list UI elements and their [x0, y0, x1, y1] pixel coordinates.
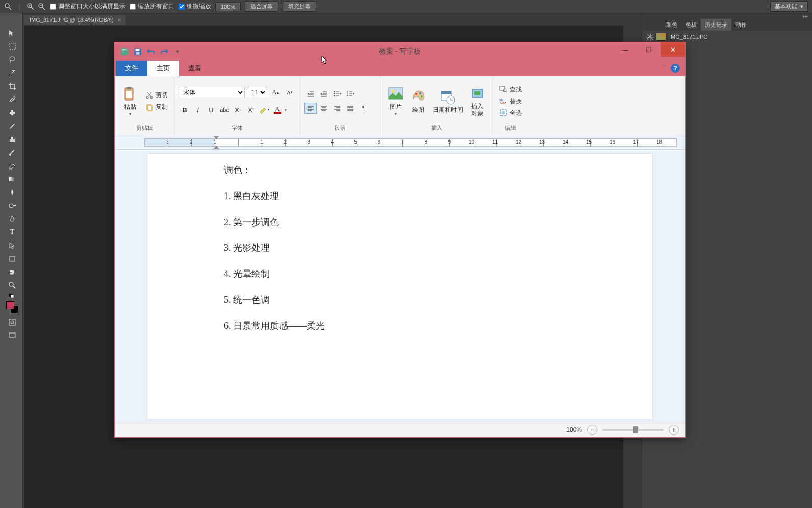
ps-tab-history[interactable]: 历史记录 [701, 19, 731, 31]
ps-tab-color[interactable]: 颜色 [662, 19, 681, 31]
zoom-in-icon[interactable] [27, 3, 35, 11]
path-select-tool-icon[interactable] [5, 239, 19, 252]
brush-tool-icon[interactable] [5, 119, 19, 133]
close-icon[interactable]: × [118, 17, 121, 23]
ruler[interactable]: 3 2 1 1 2 3 4 5 6 7 8 9 10 11 12 13 14 1… [115, 135, 685, 150]
zoom-tool-icon[interactable] [4, 3, 12, 11]
decrease-indent-button[interactable] [304, 88, 317, 100]
wand-tool-icon[interactable] [5, 66, 19, 80]
gradient-tool-icon[interactable] [5, 173, 19, 186]
help-icon[interactable]: ? [671, 64, 680, 73]
minimize-button[interactable]: — [614, 42, 637, 57]
doc-line[interactable]: 5. 统一色调 [224, 293, 576, 307]
lasso-tool-icon[interactable] [5, 53, 19, 66]
wordpad-app-icon[interactable] [120, 47, 129, 56]
ps-opt-resize[interactable]: 调整窗口大小以满屏显示 [50, 2, 125, 11]
ps-history-entry[interactable]: IMG_3171.JPG [642, 31, 812, 43]
bold-button[interactable]: B [179, 104, 191, 115]
zoom-in-button[interactable]: + [669, 425, 679, 435]
close-button[interactable]: ✕ [661, 42, 685, 57]
panel-collapse-icon[interactable]: ▸▸ [642, 13, 812, 18]
subscript-button[interactable]: X₂ [232, 104, 244, 115]
marquee-tool-icon[interactable] [5, 40, 19, 53]
highlight-button[interactable]: ▾ [258, 104, 270, 115]
shape-tool-icon[interactable] [5, 252, 19, 265]
history-brush-tool-icon[interactable] [5, 146, 19, 159]
replace-button[interactable]: abac 替换 [497, 96, 524, 107]
justify-button[interactable] [344, 103, 357, 114]
copy-button[interactable]: 复制 [143, 102, 170, 112]
font-size-select[interactable]: 11 [247, 87, 267, 98]
insert-datetime-button[interactable]: 日期和时间 [429, 87, 466, 115]
ruler-indent-marker[interactable] [214, 135, 219, 150]
move-tool-icon[interactable] [5, 27, 19, 40]
find-button[interactable]: 查找 [497, 84, 524, 95]
eyedropper-tool-icon[interactable] [5, 93, 19, 106]
ps-opt-fine-zoom[interactable]: 细微缩放 [179, 2, 211, 11]
wordpad-titlebar[interactable]: ▼ 教案 - 写字板 — ☐ ✕ [115, 42, 685, 61]
zoom-slider[interactable] [602, 429, 664, 431]
ps-zoom-100-button[interactable]: 100% [215, 2, 241, 11]
undo-icon[interactable] [146, 47, 156, 56]
crop-tool-icon[interactable] [5, 80, 19, 93]
eraser-tool-icon[interactable] [5, 159, 19, 173]
doc-line[interactable]: 1. 黑白灰处理 [224, 189, 576, 204]
select-all-button[interactable]: 全选 [497, 108, 524, 118]
quickmask-icon[interactable] [5, 316, 19, 329]
superscript-button[interactable]: X² [245, 104, 257, 115]
redo-icon[interactable] [160, 47, 169, 56]
doc-line[interactable]: 2. 第一步调色 [224, 215, 576, 230]
save-icon[interactable] [133, 47, 142, 56]
insert-object-button[interactable]: 插入 对象 [466, 83, 489, 119]
bullets-button[interactable]: ▾ [331, 88, 343, 100]
color-default-icon[interactable] [5, 292, 19, 299]
strikethrough-button[interactable]: abc [218, 104, 231, 115]
qat-dropdown-icon[interactable]: ▼ [173, 47, 182, 56]
ps-tab-swatches[interactable]: 色板 [681, 19, 701, 31]
increase-indent-button[interactable] [318, 88, 330, 100]
insert-picture-button[interactable]: 图片 ▼ [385, 84, 407, 118]
tab-file[interactable]: 文件 [116, 61, 147, 76]
cut-button[interactable]: 剪切 [143, 90, 170, 101]
doc-line[interactable]: 4. 光晕绘制 [224, 267, 576, 281]
align-right-button[interactable] [331, 103, 343, 114]
doc-line[interactable]: 3. 光影处理 [224, 240, 576, 255]
zoom-out-icon[interactable] [38, 3, 46, 11]
starburst-icon[interactable] [645, 32, 656, 43]
screenmode-icon[interactable] [5, 329, 19, 342]
doc-line[interactable]: 调色： [224, 163, 576, 178]
italic-button[interactable]: I [192, 104, 204, 115]
zoom-out-button[interactable]: − [587, 425, 597, 435]
ps-workspace-dropdown[interactable]: 基本功能 [770, 1, 808, 12]
grow-font-button[interactable]: A▴ [269, 87, 282, 98]
pen-tool-icon[interactable] [5, 212, 19, 226]
type-tool-icon[interactable]: T [5, 226, 19, 239]
color-swatch[interactable] [6, 301, 18, 313]
align-left-button[interactable] [304, 103, 317, 114]
ps-document-tab[interactable]: IMG_3171.JPG @ 18.4%(RGB/8) × [24, 15, 126, 25]
dodge-tool-icon[interactable] [5, 199, 19, 212]
maximize-button[interactable]: ☐ [637, 42, 661, 57]
underline-button[interactable]: U [205, 104, 217, 115]
document-area[interactable]: 调色： 1. 黑白灰处理 2. 第一步调色 3. 光影处理 4. 光晕绘制 5.… [115, 150, 685, 422]
line-spacing-button[interactable]: ▾ [344, 88, 357, 100]
hand-tool-icon[interactable] [5, 265, 19, 279]
font-color-button[interactable]: A [271, 104, 284, 115]
ps-fill-screen-button[interactable]: 填充屏幕 [283, 1, 316, 12]
zoom-tool-icon-2[interactable] [5, 279, 19, 292]
ps-tab-actions[interactable]: 动作 [731, 19, 751, 31]
tab-home[interactable]: 主页 [147, 61, 179, 76]
ps-opt-zoom-all[interactable]: 缩放所有窗口 [130, 2, 174, 11]
stamp-tool-icon[interactable] [5, 133, 19, 146]
healing-tool-icon[interactable] [5, 106, 19, 119]
shrink-font-button[interactable]: A▾ [284, 87, 296, 98]
blur-tool-icon[interactable] [5, 186, 19, 199]
font-family-select[interactable]: 宋体 [179, 87, 245, 98]
ribbon-collapse-icon[interactable]: ˆ [663, 64, 666, 72]
chevron-down-icon[interactable]: ▾ [285, 108, 287, 112]
align-center-button[interactable] [318, 103, 330, 114]
paragraph-dialog-button[interactable] [358, 103, 370, 114]
doc-line[interactable]: 6. 日景常用质感——柔光 [224, 319, 576, 333]
insert-paint-button[interactable]: 绘图 [407, 87, 429, 115]
tab-view[interactable]: 查看 [179, 61, 211, 76]
